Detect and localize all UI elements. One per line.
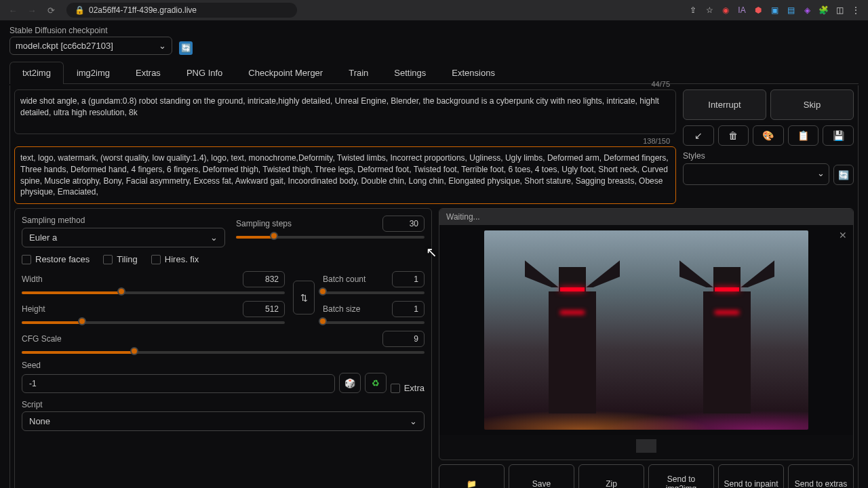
preview-container: ✕ <box>439 225 853 435</box>
height-label: Height <box>22 304 45 314</box>
tab-extensions[interactable]: Extensions <box>439 62 508 83</box>
lock-icon: 🔒 <box>75 5 85 15</box>
puzzle-icon[interactable]: 🧩 <box>816 3 830 17</box>
bottom-actions: 📁 Save Zip Send to img2img Send to inpai… <box>439 464 854 488</box>
send-inpaint-button[interactable]: Send to inpaint <box>718 464 784 488</box>
script-select[interactable]: None ⌄ <box>22 411 425 431</box>
checkpoint-row: Stable Diffusion checkpoint model.ckpt [… <box>9 26 859 55</box>
main-tabs: txt2img img2img Extras PNG Info Checkpoi… <box>9 62 859 84</box>
restore-faces-checkbox[interactable]: Restore faces <box>22 254 90 264</box>
extra-seed-checkbox[interactable]: Extra <box>391 383 425 393</box>
batch-count-value[interactable]: 1 <box>392 271 425 287</box>
height-value[interactable]: 512 <box>243 301 285 317</box>
random-seed-button[interactable]: 🎲 <box>339 373 361 393</box>
tab-train[interactable]: Train <box>336 62 381 83</box>
thumbnail-row <box>439 435 853 460</box>
tool-buttons: ↙ 🗑 🎨 📋 💾 <box>683 125 854 146</box>
prompt-text: wide shot angle, a (gundam:0.8) robot st… <box>20 96 670 128</box>
tab-pnginfo[interactable]: PNG Info <box>174 62 235 83</box>
trash-button[interactable]: 🗑 <box>718 125 749 146</box>
styles-select[interactable]: ⌄ <box>683 163 829 185</box>
reuse-seed-button[interactable]: ♻ <box>365 373 387 393</box>
seed-input[interactable]: -1 <box>22 374 335 393</box>
ext4-icon[interactable]: ▣ <box>768 3 781 17</box>
reload-button[interactable]: ⟳ <box>43 3 58 18</box>
batch-count-label: Batch count <box>323 274 366 284</box>
clipboard-button[interactable]: 📋 <box>788 125 819 146</box>
refresh-checkpoint-button[interactable]: 🔄 <box>179 41 193 55</box>
tab-merger[interactable]: Checkpoint Merger <box>235 62 336 83</box>
sampling-method-select[interactable]: Euler a ⌄ <box>22 228 225 247</box>
thumbnail[interactable] <box>636 439 656 453</box>
styles-label: Styles <box>683 151 854 161</box>
preview-image[interactable] <box>484 230 808 430</box>
generate-column: Interrupt Skip ↙ 🗑 🎨 📋 💾 Styles <box>683 89 854 204</box>
cfg-label: CFG Scale <box>22 334 62 344</box>
batch-size-slider[interactable] <box>323 321 425 324</box>
seed-label: Seed <box>22 361 425 370</box>
batch-size-group: Batch size1 <box>323 301 425 324</box>
tiling-checkbox[interactable]: Tiling <box>103 254 138 264</box>
ext6-icon[interactable]: ◈ <box>800 3 814 17</box>
art-button[interactable]: 🎨 <box>753 125 784 146</box>
chevron-down-icon: ⌄ <box>210 232 218 243</box>
arrow-button[interactable]: ↙ <box>683 125 714 146</box>
width-group: Width832 <box>22 271 285 294</box>
back-button[interactable]: ← <box>5 3 20 18</box>
save-button[interactable]: Save <box>509 464 574 488</box>
mouse-cursor: ↖ <box>426 244 437 260</box>
sampling-method-value: Euler a <box>29 232 57 243</box>
checkpoint-select[interactable]: model.ckpt [cc6cb27103] ⌄ <box>9 37 172 55</box>
width-value[interactable]: 832 <box>243 271 285 287</box>
send-img2img-button[interactable]: Send to img2img <box>648 464 714 488</box>
batch-size-label: Batch size <box>323 304 360 314</box>
address-bar[interactable]: 🔒 02a56ff4-71ff-439e.gradio.live <box>66 3 297 18</box>
forward-button[interactable]: → <box>24 3 39 18</box>
ext1-icon[interactable]: ◉ <box>719 3 732 17</box>
skip-button[interactable]: Skip <box>770 89 854 120</box>
open-folder-button[interactable]: 📁 <box>439 464 505 488</box>
styles-group: Styles ⌄ 🔄 <box>683 151 854 185</box>
swap-dimensions-button[interactable]: ⇅ <box>293 281 315 314</box>
ext5-icon[interactable]: ▤ <box>784 3 797 17</box>
progress-status: Waiting... <box>439 209 853 225</box>
ext3-icon[interactable]: ⬢ <box>751 3 765 17</box>
star-icon[interactable]: ☆ <box>703 3 716 17</box>
batch-count-slider[interactable] <box>323 291 425 294</box>
share-icon[interactable]: ⇪ <box>686 3 700 17</box>
seed-group: Seed -1 🎲 ♻ Extra <box>22 361 425 393</box>
tab-settings[interactable]: Settings <box>381 62 439 83</box>
apply-styles-button[interactable]: 🔄 <box>833 165 854 185</box>
checkpoint-group: Stable Diffusion checkpoint model.ckpt [… <box>9 26 172 55</box>
params-panel: Sampling method Euler a ⌄ Sampling steps… <box>14 208 432 488</box>
menu-icon[interactable]: ⋮ <box>849 3 863 17</box>
hires-fix-checkbox[interactable]: Hires. fix <box>151 254 199 264</box>
sampling-steps-value[interactable]: 30 <box>382 216 425 232</box>
sampling-steps-label: Sampling steps <box>236 219 292 228</box>
tab-txt2img[interactable]: txt2img <box>9 62 64 83</box>
checkpoint-label: Stable Diffusion checkpoint <box>9 26 172 35</box>
negative-prompt-textarea[interactable]: 138/150 text, logo, watermark, (worst qu… <box>14 146 676 204</box>
prompt-textarea[interactable]: 44/75 wide shot angle, a (gundam:0.8) ro… <box>14 89 676 134</box>
checkpoint-value: model.ckpt [cc6cb27103] <box>16 41 113 51</box>
sidepanel-icon[interactable]: ◫ <box>833 3 846 17</box>
zip-button[interactable]: Zip <box>578 464 644 488</box>
save-style-button[interactable]: 💾 <box>823 125 854 146</box>
cfg-slider[interactable] <box>22 351 425 354</box>
tab-extras[interactable]: Extras <box>123 62 174 83</box>
ext2-icon[interactable]: IA <box>735 3 749 17</box>
width-slider[interactable] <box>22 291 285 294</box>
url-text: 02a56ff4-71ff-439e.gradio.live <box>89 5 197 15</box>
send-extras-button[interactable]: Send to extras <box>788 464 854 488</box>
sampling-steps-slider[interactable] <box>236 236 425 239</box>
tab-img2img[interactable]: img2img <box>64 62 123 83</box>
preview-column: Waiting... ✕ 📁 Save <box>439 208 854 488</box>
batch-size-value[interactable]: 1 <box>392 301 425 317</box>
negative-text: text, logo, watermark, (worst quality, l… <box>20 152 670 198</box>
height-slider[interactable] <box>22 321 285 324</box>
cfg-value[interactable]: 9 <box>382 331 425 347</box>
close-preview-button[interactable]: ✕ <box>837 229 849 241</box>
interrupt-button[interactable]: Interrupt <box>683 89 766 120</box>
sampling-method-group: Sampling method Euler a ⌄ <box>22 216 225 247</box>
height-group: Height512 <box>22 301 285 324</box>
